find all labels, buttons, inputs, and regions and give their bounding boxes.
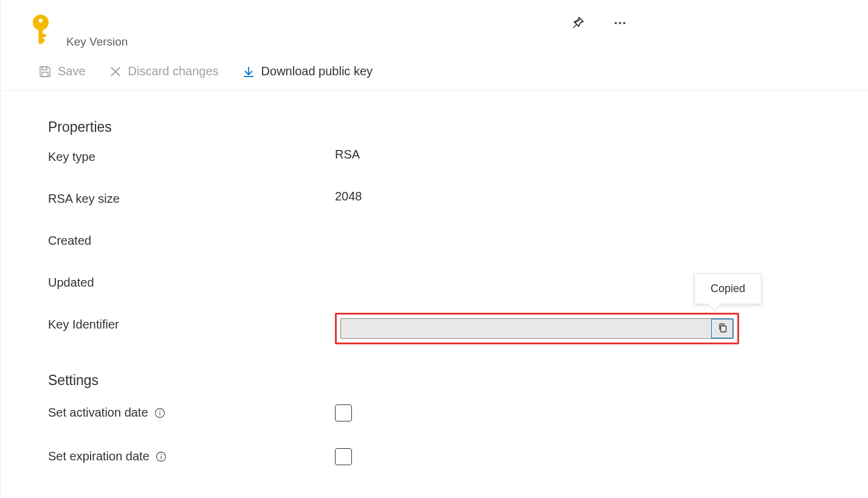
value-rsa-key-size: 2048 [335, 189, 362, 203]
row-rsa-key-size: RSA key size 2048 [48, 192, 868, 206]
save-label: Save [58, 64, 86, 78]
svg-rect-4 [39, 39, 45, 42]
discard-button[interactable]: Discard changes [106, 63, 221, 80]
save-icon [38, 65, 52, 78]
activation-date-checkbox[interactable] [335, 404, 352, 421]
info-icon[interactable] [154, 408, 165, 418]
key-identifier-field [340, 318, 734, 339]
download-icon [242, 65, 255, 78]
svg-rect-14 [720, 326, 726, 332]
page-root: Key Version [0, 0, 868, 498]
label-expiration-date-text: Set expiration date [48, 449, 150, 463]
settings-section: Settings Set activation date [48, 372, 868, 465]
save-button[interactable]: Save [36, 63, 88, 80]
key-icon [29, 12, 53, 49]
row-created: Created [48, 234, 868, 248]
key-identifier-highlight: Copied [335, 313, 739, 344]
download-public-key-button[interactable]: Download public key [239, 63, 375, 80]
copied-tooltip: Copied [694, 273, 762, 304]
svg-point-1 [39, 19, 43, 22]
info-icon[interactable] [156, 451, 167, 462]
title-block: Key Version [66, 35, 128, 49]
properties-heading: Properties [48, 119, 868, 135]
label-key-identifier: Key Identifier [48, 318, 335, 332]
svg-point-20 [160, 454, 162, 455]
svg-rect-8 [42, 67, 47, 70]
row-activation-date: Set activation date [48, 406, 868, 421]
label-key-type: Key type [48, 150, 335, 164]
close-icon [109, 65, 122, 78]
header: Key Version [1, 0, 868, 49]
pin-button[interactable] [568, 13, 587, 35]
svg-point-7 [623, 22, 625, 24]
row-key-identifier: Key Identifier Copied [48, 318, 868, 344]
expiration-date-checkbox[interactable] [335, 448, 352, 465]
header-actions [568, 13, 630, 35]
pin-icon [570, 23, 585, 32]
svg-rect-3 [39, 34, 46, 37]
label-created: Created [48, 234, 335, 248]
discard-label: Discard changes [128, 64, 219, 78]
settings-heading: Settings [48, 372, 868, 389]
download-label: Download public key [261, 64, 373, 78]
svg-point-17 [159, 410, 160, 411]
label-updated: Updated [48, 276, 335, 290]
toolbar: Save Discard changes Download public key [1, 49, 868, 91]
label-expiration-date: Set expiration date [48, 449, 335, 463]
copy-icon [717, 322, 728, 335]
copy-button[interactable] [711, 319, 733, 338]
page-subtitle: Key Version [66, 35, 128, 49]
key-identifier-input[interactable] [341, 319, 711, 338]
value-key-type: RSA [335, 148, 360, 162]
svg-point-6 [619, 22, 621, 24]
svg-rect-9 [42, 72, 48, 77]
more-icon [613, 23, 627, 32]
more-button[interactable] [610, 13, 630, 35]
row-expiration-date: Set expiration date [48, 449, 868, 465]
label-activation-date: Set activation date [48, 406, 335, 420]
content: Properties Key type RSA RSA key size 204… [1, 91, 868, 465]
svg-point-5 [615, 22, 617, 24]
label-activation-date-text: Set activation date [48, 406, 148, 420]
label-rsa-key-size: RSA key size [48, 192, 335, 206]
row-key-type: Key type RSA [48, 150, 868, 164]
